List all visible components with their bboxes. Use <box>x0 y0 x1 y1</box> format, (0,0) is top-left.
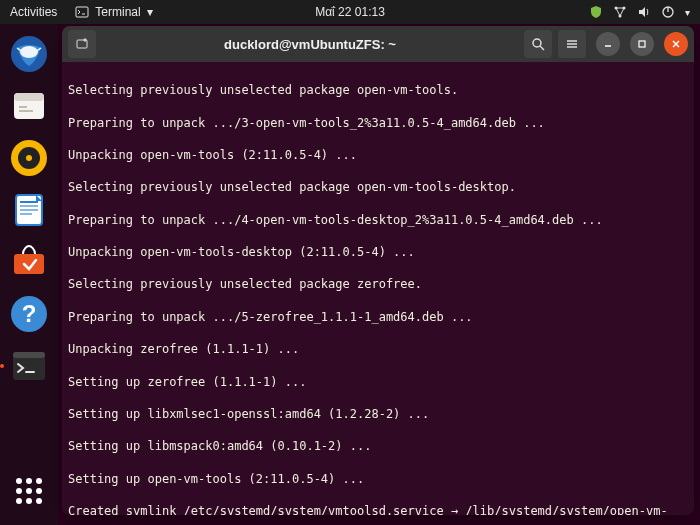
shield-icon[interactable] <box>589 5 603 19</box>
dock-item-terminal[interactable] <box>7 344 51 388</box>
svg-point-26 <box>16 478 22 484</box>
top-panel: Activities Terminal ▾ Μαΐ 22 01:13 ▾ <box>0 0 700 24</box>
terminal-line: Unpacking open-vm-tools-desktop (2:11.0.… <box>68 244 688 260</box>
terminal-line: Unpacking zerofree (1.1.1-1) ... <box>68 341 688 357</box>
terminal-line: Preparing to unpack .../3-open-vm-tools_… <box>68 115 688 131</box>
terminal-line: Setting up zerofree (1.1.1-1) ... <box>68 374 688 390</box>
network-icon[interactable] <box>613 5 627 19</box>
maximize-button[interactable] <box>630 32 654 56</box>
volume-icon[interactable] <box>637 5 651 19</box>
dock-item-help[interactable]: ? <box>7 292 51 336</box>
svg-point-30 <box>26 488 32 494</box>
new-tab-button[interactable] <box>68 30 96 58</box>
terminal-window: ducklord@vmUbuntuZFS: ~ Selecting previo… <box>62 26 694 515</box>
titlebar: ducklord@vmUbuntuZFS: ~ <box>62 26 694 62</box>
activities-button[interactable]: Activities <box>0 5 67 19</box>
power-icon[interactable] <box>661 5 675 19</box>
dock-item-libreoffice-writer[interactable] <box>7 188 51 232</box>
terminal-line: Setting up open-vm-tools (2:11.0.5-4) ..… <box>68 471 688 487</box>
svg-point-27 <box>26 478 32 484</box>
svg-point-28 <box>36 478 42 484</box>
svg-point-7 <box>20 46 38 58</box>
svg-point-32 <box>16 498 22 504</box>
dock-item-rhythmbox[interactable] <box>7 136 51 180</box>
svg-rect-18 <box>20 205 38 207</box>
terminal-line: Selecting previously unselected package … <box>68 276 688 292</box>
svg-point-33 <box>26 498 32 504</box>
chevron-down-icon[interactable]: ▾ <box>685 7 690 18</box>
app-indicator[interactable]: Terminal ▾ <box>67 5 160 19</box>
svg-point-29 <box>16 488 22 494</box>
svg-rect-25 <box>13 352 45 358</box>
dock: ? <box>0 24 58 525</box>
terminal-output[interactable]: Selecting previously unselected package … <box>62 62 694 515</box>
dock-item-thunderbird[interactable] <box>7 32 51 76</box>
close-button[interactable] <box>664 32 688 56</box>
svg-rect-21 <box>14 254 44 274</box>
svg-rect-19 <box>20 209 38 211</box>
terminal-line: Selecting previously unselected package … <box>68 82 688 98</box>
terminal-line: Setting up libxmlsec1-openssl:amd64 (1.2… <box>68 406 688 422</box>
terminal-line: Unpacking open-vm-tools (2:11.0.5-4) ... <box>68 147 688 163</box>
svg-rect-9 <box>14 93 44 101</box>
terminal-line: Setting up libmspack0:amd64 (0.10.1-2) .… <box>68 438 688 454</box>
chevron-down-icon: ▾ <box>147 5 153 19</box>
terminal-line: Created symlink /etc/systemd/system/vmto… <box>68 503 688 515</box>
terminal-small-icon <box>75 5 89 19</box>
search-button[interactable] <box>524 30 552 58</box>
dock-item-ubuntu-software[interactable] <box>7 240 51 284</box>
svg-point-14 <box>26 155 32 161</box>
terminal-line: Preparing to unpack .../5-zerofree_1.1.1… <box>68 309 688 325</box>
svg-point-31 <box>36 488 42 494</box>
svg-rect-20 <box>20 213 32 215</box>
svg-point-34 <box>36 498 42 504</box>
minimize-button[interactable] <box>596 32 620 56</box>
hamburger-menu-button[interactable] <box>558 30 586 58</box>
terminal-line: Selecting previously unselected package … <box>68 179 688 195</box>
svg-rect-10 <box>19 106 27 108</box>
dock-item-show-applications[interactable] <box>7 469 51 513</box>
svg-point-36 <box>533 39 541 47</box>
svg-rect-11 <box>19 110 33 112</box>
terminal-line: Preparing to unpack .../4-open-vm-tools-… <box>68 212 688 228</box>
app-indicator-label: Terminal <box>95 5 140 19</box>
svg-rect-17 <box>20 201 38 203</box>
svg-text:?: ? <box>22 300 37 327</box>
svg-rect-0 <box>76 7 88 17</box>
dock-item-files[interactable] <box>7 84 51 128</box>
svg-line-37 <box>540 46 544 50</box>
svg-rect-42 <box>639 41 645 47</box>
window-title: ducklord@vmUbuntuZFS: ~ <box>102 37 518 52</box>
clock[interactable]: Μαΐ 22 01:13 <box>315 5 385 19</box>
